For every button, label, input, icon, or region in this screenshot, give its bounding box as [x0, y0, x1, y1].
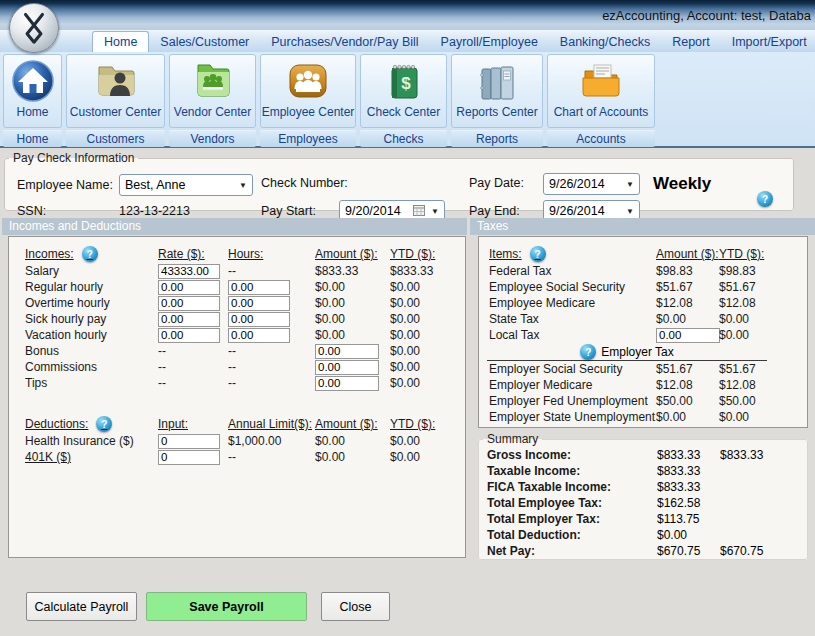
local-tax-input[interactable]	[656, 328, 720, 343]
401k-link[interactable]: 401K ($)	[25, 450, 158, 464]
toolbar-customer-center-button[interactable]: Customer Center	[66, 54, 165, 128]
ez-logo-icon	[14, 6, 54, 50]
ytd-column-header: YTD ($):	[390, 417, 465, 431]
tax-ytd: $0.00	[719, 312, 807, 326]
tab-sales-customer[interactable]: Sales/Customer	[149, 32, 260, 52]
vendor-center-icon	[190, 58, 236, 104]
close-button[interactable]: Close	[321, 592, 390, 621]
tax-amount: $12.08	[656, 378, 719, 392]
summary-amount: $0.00	[657, 528, 720, 542]
summary-row-fica-taxable-income: FICA Taxable Income: $833.33	[479, 479, 807, 495]
help-globe-icon[interactable]: ?	[530, 246, 546, 262]
annual-limit-column-header: Annual Limit($):	[228, 417, 315, 431]
pay-end-value: 9/26/2014	[549, 204, 605, 218]
app-window: ezAccounting, Account: test, Databa Home…	[0, 0, 815, 636]
help-globe-icon[interactable]: ?	[82, 246, 98, 262]
group-label-customers: Customers	[66, 130, 165, 147]
pay-end-label: Pay End:	[469, 204, 520, 218]
income-hours: --	[228, 376, 315, 390]
tax-ytd: $0.00	[719, 328, 807, 342]
tax-amount: $0.00	[656, 410, 719, 424]
summary-label: Gross Income:	[487, 448, 657, 462]
toolbar-home-button[interactable]: Home	[3, 54, 62, 128]
tips-amount-input[interactable]	[315, 376, 379, 391]
health-insurance-input[interactable]	[158, 434, 220, 449]
commissions-amount-input[interactable]	[315, 360, 379, 375]
chevron-down-icon: ▼	[431, 207, 439, 216]
sick-hourly-hours-input[interactable]	[228, 312, 290, 327]
regular-hourly-hours-input[interactable]	[228, 280, 290, 295]
income-rate: --	[158, 376, 228, 390]
help-globe-icon[interactable]: ?	[96, 416, 112, 432]
check-number-label: Check Number:	[261, 176, 348, 190]
overtime-hourly-rate-input[interactable]	[158, 296, 220, 311]
help-globe-icon[interactable]: ?	[757, 191, 773, 207]
salary-rate-input[interactable]	[158, 264, 220, 279]
pay-date-label: Pay Date:	[469, 176, 524, 190]
tab-payroll-employee[interactable]: Payroll/Employee	[430, 32, 549, 52]
income-label: Bonus	[25, 344, 158, 358]
income-hours: --	[228, 264, 315, 278]
employee-name-value: Best, Anne	[125, 178, 185, 192]
income-row-bonus: Bonus -- -- $0.00	[9, 343, 465, 359]
regular-hourly-rate-input[interactable]	[158, 280, 220, 295]
summary-amount: $833.33	[657, 464, 720, 478]
tab-purchases-vendor-pay-bill[interactable]: Purchases/Vendor/Pay Bill	[260, 32, 429, 52]
help-globe-icon[interactable]: ?	[580, 344, 596, 360]
chevron-down-icon: ▼	[626, 180, 634, 189]
tab-report[interactable]: Report	[661, 32, 721, 52]
summary-label: Total Deduction:	[487, 528, 657, 542]
items-column-header: Items:	[489, 247, 522, 261]
income-hours: --	[228, 360, 315, 374]
chevron-down-icon: ▼	[626, 207, 634, 216]
vacation-hourly-rate-input[interactable]	[158, 328, 220, 343]
vacation-hourly-hours-input[interactable]	[228, 328, 290, 343]
tab-import-export[interactable]: Import/Export	[721, 32, 815, 52]
toolbar-vendor-center-label: Vendor Center	[174, 105, 251, 119]
401k-input[interactable]	[158, 450, 220, 465]
employee-name-select[interactable]: Best, Anne ▼	[119, 174, 253, 196]
tax-label: Employee Medicare	[489, 296, 656, 310]
income-row-commissions: Commissions -- -- $0.00	[9, 359, 465, 375]
tab-banking-checks[interactable]: Banking/Checks	[549, 32, 661, 52]
incomes-section-header: Incomes and Deductions	[2, 218, 467, 235]
bonus-amount-input[interactable]	[315, 344, 379, 359]
income-hours: --	[228, 344, 315, 358]
toolbar-employee-center-button[interactable]: Employee Center	[260, 54, 356, 128]
tax-row-state: State Tax $0.00 $0.00	[479, 311, 807, 327]
deduction-amount: $0.00	[315, 434, 390, 448]
window-title: ezAccounting, Account: test, Databa	[602, 8, 811, 23]
toolbar-chart-of-accounts-button[interactable]: Chart of Accounts	[547, 54, 655, 128]
tax-row-federal: Federal Tax $98.83 $98.83	[479, 263, 807, 279]
income-ytd: $0.00	[390, 296, 465, 310]
pay-date-select[interactable]: 9/26/2014 ▼	[543, 173, 640, 195]
summary-label: FICA Taxable Income:	[487, 480, 657, 494]
tax-label: Federal Tax	[489, 264, 656, 278]
deduction-row-401k: 401K ($) -- $0.00 $0.00	[9, 449, 465, 465]
tab-home[interactable]: Home	[92, 31, 149, 52]
toolbar-check-center-button[interactable]: $ Check Center	[360, 54, 447, 128]
tax-ytd: $51.67	[719, 362, 807, 376]
menu-bar: Home Sales/Customer Purchases/Vendor/Pay…	[0, 30, 815, 52]
summary-row-gross-income: Gross Income: $833.33 $833.33	[479, 447, 807, 463]
tax-label: Employer Medicare	[489, 378, 656, 392]
overtime-hourly-hours-input[interactable]	[228, 296, 290, 311]
app-logo-button[interactable]	[9, 3, 59, 53]
save-payroll-button[interactable]: Save Payroll	[146, 592, 307, 621]
toolbar-reports-center-button[interactable]: Reports Center	[451, 54, 543, 128]
amount-column-header: Amount ($):	[315, 417, 390, 431]
income-rate: --	[158, 344, 228, 358]
deduction-label: Health Insurance ($)	[25, 434, 158, 448]
income-amount: $0.00	[315, 328, 390, 342]
income-row-overtime-hourly: Overtime hourly $0.00 $0.00	[9, 295, 465, 311]
ribbon-group-row: Home Customers Vendors Employees Checks …	[3, 130, 655, 147]
sick-hourly-rate-input[interactable]	[158, 312, 220, 327]
employer-tax-subheader: ? Employer Tax	[487, 344, 767, 361]
deduction-row-health-insurance: Health Insurance ($) $1,000.00 $0.00 $0.…	[9, 433, 465, 449]
calculate-payroll-button[interactable]: Calculate Payroll	[26, 592, 137, 621]
summary-label: Taxable Income:	[487, 464, 657, 478]
toolbar-vendor-center-button[interactable]: Vendor Center	[169, 54, 256, 128]
reports-center-icon	[474, 58, 520, 104]
income-amount: $0.00	[315, 280, 390, 294]
tax-row-employer-fed-unemployment: Employer Fed Unemployment $50.00 $50.00	[479, 393, 807, 409]
